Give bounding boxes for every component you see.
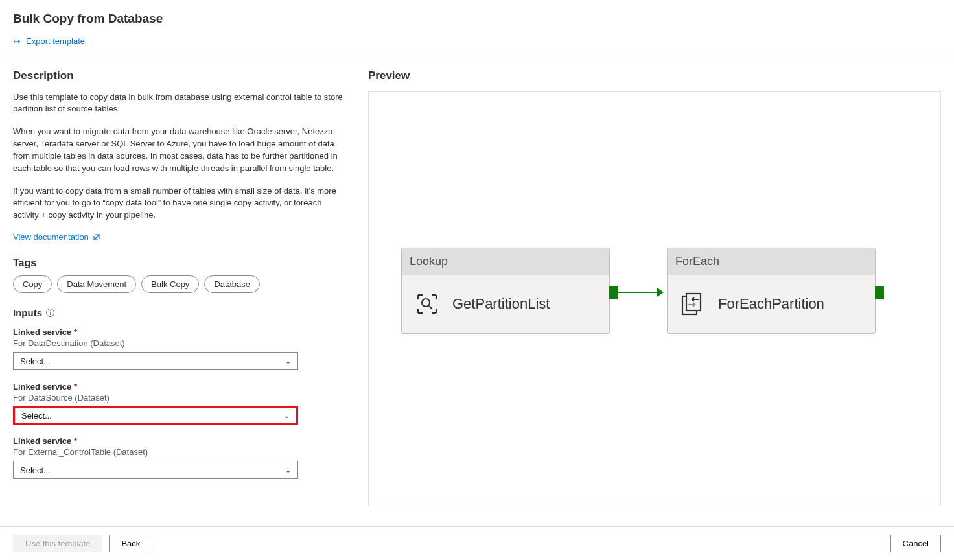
inputs-heading-label: Inputs <box>13 307 42 318</box>
input-label-3: Linked service * <box>13 436 350 446</box>
select-placeholder-3: Select... <box>20 465 51 475</box>
export-icon <box>13 37 22 46</box>
connector-success <box>609 286 664 299</box>
activity-header-lookup: Lookup <box>402 248 609 275</box>
lookup-icon <box>413 290 441 318</box>
tag-data-movement: Data Movement <box>57 275 136 293</box>
input-group-datadestination: Linked service * For DataDestination (Da… <box>13 327 350 370</box>
info-icon[interactable]: i <box>46 309 54 317</box>
required-asterisk-2: * <box>74 382 77 391</box>
tag-database: Database <box>204 275 260 293</box>
select-placeholder-1: Select... <box>20 356 51 366</box>
foreach-icon <box>679 290 706 318</box>
export-template-link[interactable]: Export template <box>13 36 85 46</box>
input-sublabel-3: For External_ControlTable (Dataset) <box>13 447 350 457</box>
page-title: Bulk Copy from Database <box>0 0 954 26</box>
connector-arrowhead <box>657 288 664 297</box>
required-asterisk-3: * <box>74 436 77 446</box>
view-documentation-link[interactable]: View documentation <box>13 232 100 242</box>
connector-target-handle[interactable] <box>875 286 884 299</box>
tags-container: Copy Data Movement Bulk Copy Database <box>13 275 350 293</box>
activity-name-lookup: GetPartitionList <box>452 296 550 312</box>
activity-name-foreach: ForEachPartition <box>718 296 824 312</box>
activity-header-foreach: ForEach <box>668 248 875 275</box>
activity-lookup[interactable]: Lookup GetPartitionList <box>401 248 610 334</box>
select-datasource[interactable]: Select... ⌄ <box>13 406 298 425</box>
input-label-1: Linked service * <box>13 327 350 337</box>
input-label-text-2: Linked service <box>13 382 71 391</box>
connector-line <box>618 292 657 293</box>
back-button[interactable]: Back <box>109 535 152 552</box>
description-text: Use this template to copy data in bulk f… <box>13 91 350 222</box>
select-placeholder-2: Select... <box>21 411 52 421</box>
inputs-heading: Inputs i <box>13 307 54 318</box>
svg-rect-2 <box>686 294 701 310</box>
tag-bulk-copy: Bulk Copy <box>141 275 199 293</box>
input-group-datasource: Linked service * For DataSource (Dataset… <box>13 382 350 425</box>
activity-foreach[interactable]: ForEach ForEachPartition <box>667 248 876 334</box>
select-datadestination[interactable]: Select... ⌄ <box>13 352 298 370</box>
description-paragraph-2: When you want to migrate data from your … <box>13 126 343 174</box>
input-sublabel-1: For DataDestination (Dataset) <box>13 338 350 348</box>
select-controltable[interactable]: Select... ⌄ <box>13 461 298 479</box>
svg-point-0 <box>422 299 430 307</box>
cancel-button[interactable]: Cancel <box>890 535 941 552</box>
description-paragraph-3: If you want to copy data from a small nu… <box>13 185 343 222</box>
view-documentation-label: View documentation <box>13 232 89 242</box>
input-sublabel-2: For DataSource (Dataset) <box>13 393 350 402</box>
use-this-template-button: Use this template <box>13 535 102 552</box>
activity-body-foreach: ForEachPartition <box>668 275 875 333</box>
tags-heading: Tags <box>13 257 350 269</box>
preview-heading: Preview <box>368 69 941 82</box>
external-link-icon <box>93 233 100 241</box>
export-template-label: Export template <box>26 36 85 46</box>
toolbar: Export template <box>0 26 954 56</box>
chevron-down-icon: ⌄ <box>285 466 291 474</box>
right-column: Preview Lookup GetPartitionList <box>368 69 941 506</box>
preview-canvas[interactable]: Lookup GetPartitionList <box>368 91 941 506</box>
description-heading: Description <box>13 69 350 82</box>
footer-left: Use this template Back <box>13 535 152 552</box>
input-label-2: Linked service * <box>13 382 350 391</box>
chevron-down-icon: ⌄ <box>284 412 290 420</box>
footer-bar: Use this template Back Cancel <box>0 526 954 560</box>
tag-copy: Copy <box>13 275 52 293</box>
input-group-controltable: Linked service * For External_ControlTab… <box>13 436 350 479</box>
connector-source-handle[interactable] <box>609 286 618 299</box>
activity-body-lookup: GetPartitionList <box>402 275 609 333</box>
main-content: Description Use this template to copy da… <box>0 56 954 506</box>
left-column: Description Use this template to copy da… <box>13 69 350 506</box>
input-label-text-3: Linked service <box>13 436 71 446</box>
chevron-down-icon: ⌄ <box>285 357 291 366</box>
description-paragraph-1: Use this template to copy data in bulk f… <box>13 91 343 116</box>
required-asterisk-1: * <box>74 327 77 337</box>
input-label-text-1: Linked service <box>13 327 71 337</box>
